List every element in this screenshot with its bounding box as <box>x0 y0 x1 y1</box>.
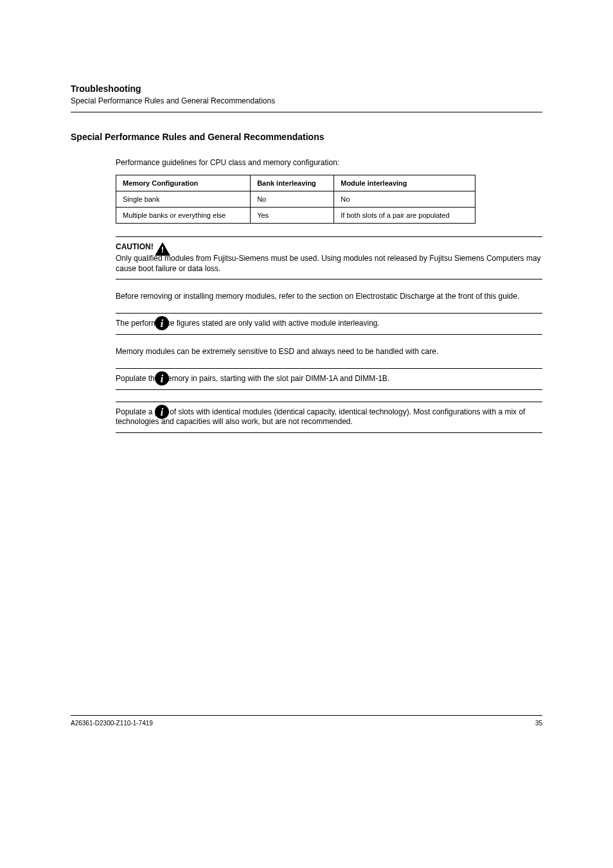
table-header-cell: Module interleaving <box>334 175 475 191</box>
paragraph: Memory modules can be extremely sensitiv… <box>116 346 542 357</box>
table-cell: If both slots of a pair are populated <box>334 208 475 224</box>
page-header: Troubleshooting Special Performance Rule… <box>71 84 542 105</box>
table-row: Multiple banks or everything else Yes If… <box>116 208 475 224</box>
paragraph: Before removing or installing memory mod… <box>116 291 542 301</box>
info-icon: i <box>154 371 170 389</box>
svg-text:i: i <box>161 407 164 418</box>
info-note: The performance figures stated are only … <box>116 313 542 335</box>
table-cell: No <box>251 191 334 208</box>
note-body: Populate a pair of slots with identical … <box>116 407 542 427</box>
header-rule <box>71 112 542 112</box>
svg-text:!: ! <box>161 245 164 254</box>
header-title: Troubleshooting <box>71 84 542 94</box>
table-cell: No <box>334 191 475 208</box>
table-cell: Multiple banks or everything else <box>116 208 251 224</box>
section-heading: Special Performance Rules and General Re… <box>71 132 542 142</box>
header-subtitle: Special Performance Rules and General Re… <box>71 96 542 105</box>
table-header-cell: Memory Configuration <box>116 175 251 191</box>
table-header-cell: Bank interleaving <box>251 175 334 191</box>
caution-note: CAUTION! Only qualified modules from Fuj… <box>116 236 542 279</box>
performance-table: Memory Configuration Bank interleaving M… <box>116 175 542 224</box>
footer-rule <box>71 715 542 716</box>
note-body: Only qualified modules from Fujitsu-Siem… <box>116 254 542 274</box>
caution-icon: ! <box>154 242 171 260</box>
intro-text: Performance guidelines for CPU class and… <box>116 158 542 167</box>
info-note: Populate a pair of slots with identical … <box>116 402 542 433</box>
table-cell: Yes <box>251 208 334 224</box>
svg-text:i: i <box>161 318 164 329</box>
page-number: 35 <box>535 720 542 727</box>
table-row: Single bank No No <box>116 191 475 208</box>
note-body: Populate the memory in pairs, starting w… <box>116 374 542 384</box>
table-cell: Single bank <box>116 191 251 208</box>
page-footer: A26361-D2300-Z110-1-7419 35 <box>71 715 542 727</box>
footer-doc-id: A26361-D2300-Z110-1-7419 <box>71 720 153 727</box>
svg-text:i: i <box>161 373 164 384</box>
note-title: CAUTION! <box>116 242 542 251</box>
table-header-row: Memory Configuration Bank interleaving M… <box>116 175 475 191</box>
note-body: The performance figures stated are only … <box>116 319 542 329</box>
info-icon: i <box>154 315 170 333</box>
info-icon: i <box>154 404 170 422</box>
info-note: Populate the memory in pairs, starting w… <box>116 368 542 390</box>
